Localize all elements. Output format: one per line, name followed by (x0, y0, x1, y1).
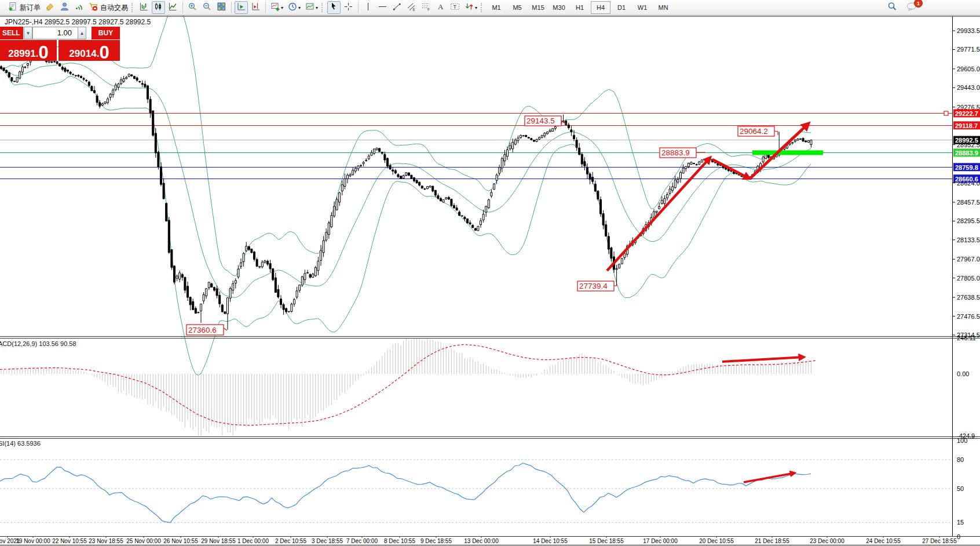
timeframe-mn[interactable]: MN (653, 1, 673, 14)
buy-price-display[interactable]: 29014.0 (58, 40, 120, 61)
timeframe-h1[interactable]: H1 (570, 1, 590, 14)
sell-price-big-digit: 0 (38, 45, 48, 60)
price-annotation[interactable]: 29064.2 (738, 126, 778, 136)
volume-input[interactable]: 1.00 (32, 27, 78, 39)
templates-dropdown-caret[interactable]: ▾ (316, 5, 318, 10)
volume-increase-button[interactable]: ▲ (78, 27, 86, 39)
channel-tool-button[interactable]: E (405, 1, 418, 14)
trend-arrow[interactable] (744, 473, 795, 482)
annotation-label: 28883.9 (661, 148, 690, 157)
sell-price-main: 28991 (8, 49, 35, 60)
time-axis-label: 23 Nov 18:55 (89, 538, 123, 544)
bar-chart-button[interactable] (137, 1, 151, 14)
sell-price-display[interactable]: 28991.0 (0, 40, 57, 61)
rsi-axis-label: 80 (957, 456, 964, 463)
fibonacci-tool-button[interactable]: F (419, 1, 433, 14)
price-axis-tick-label: 27967.0 (957, 256, 980, 263)
new-order-button[interactable]: 新订单 (6, 1, 42, 14)
auto-scroll-button[interactable] (235, 1, 248, 14)
vertical-line-tool-button[interactable] (361, 1, 375, 14)
time-axis-label: 21 Dec 18:55 (755, 538, 789, 544)
search-icon (887, 1, 897, 14)
auto-trading-button[interactable]: 自动交易 (87, 1, 130, 14)
signals-button[interactable] (72, 1, 86, 14)
timeframe-d1[interactable]: D1 (612, 1, 631, 14)
line-chart-button[interactable] (166, 1, 180, 14)
price-badge-label: 28883.9 (955, 150, 978, 156)
price-chart[interactable]: 29933.529771.529605.029443.029276.528952… (0, 16, 980, 546)
periods-button[interactable]: ▾ (286, 1, 302, 14)
price-annotation[interactable]: 29143.5 (525, 116, 566, 126)
price-annotation[interactable]: 27360.6 (187, 325, 227, 335)
timeframe-bar: M1M5M15M30H1H4D1W1MN (486, 1, 674, 14)
annotation-connector (774, 131, 778, 135)
toolbar-grip[interactable] (321, 3, 324, 12)
support-zone-bar[interactable] (752, 150, 823, 155)
auto-trading-label: 自动交易 (100, 3, 128, 13)
templates-button[interactable]: ▾ (303, 1, 320, 14)
price-annotation[interactable]: 28883.9 (660, 148, 705, 158)
timeframe-m5[interactable]: M5 (507, 1, 527, 14)
indicators-button[interactable]: ▾ (269, 1, 285, 14)
new-order-icon (8, 2, 18, 14)
text-icon: A (436, 2, 445, 14)
vertical-line-icon (363, 2, 373, 14)
timeframe-m15[interactable]: M15 (528, 1, 548, 14)
toolbar-grip[interactable] (131, 3, 134, 12)
candlestick-icon (153, 2, 163, 14)
search-button[interactable] (885, 1, 899, 14)
trend-arrow[interactable] (722, 357, 804, 362)
timeframe-h4[interactable]: H4 (591, 1, 610, 14)
trendline-tool-button[interactable] (390, 1, 404, 14)
periods-dropdown-caret[interactable]: ▾ (298, 5, 301, 10)
trendline-icon (392, 2, 402, 14)
indicators-icon (270, 2, 280, 14)
notifications-button[interactable]: 1 (904, 1, 919, 14)
time-axis-label: 15 Dec 18:55 (589, 538, 624, 544)
zoom-out-button[interactable] (200, 1, 214, 14)
chart-shift-button[interactable] (249, 1, 262, 14)
indicators-dropdown-caret[interactable]: ▾ (281, 5, 283, 10)
line-chart-icon (168, 2, 178, 14)
text-tool-button[interactable]: A (434, 1, 447, 14)
time-axis-label: 29 Nov 18:55 (201, 538, 236, 544)
volume-decrease-button[interactable]: ▼ (24, 27, 32, 39)
time-axis-label: 23 Dec 00:00 (810, 538, 844, 544)
tile-windows-button[interactable] (215, 1, 228, 14)
toolbar-separator (231, 2, 232, 13)
channel-icon: E (407, 2, 416, 14)
trend-arrow[interactable] (607, 158, 710, 271)
price-axis-tick-label: 29771.5 (957, 46, 980, 53)
price-axis-tick-label: 27476.5 (957, 313, 980, 320)
sell-button[interactable]: SELL (0, 27, 23, 39)
time-axis-label: 20 Dec 10:55 (699, 538, 734, 544)
price-annotation[interactable]: 27739.4 (577, 281, 617, 291)
buy-price-big-digit: 0 (99, 45, 109, 60)
text-label-tool-button[interactable]: T (448, 1, 462, 14)
crosshair-tool-button[interactable] (342, 1, 355, 14)
time-axis-label: 7 Dec 00:00 (346, 538, 378, 544)
horizontal-line-icon (378, 2, 387, 14)
new-order-label: 新订单 (20, 3, 41, 13)
timeframe-w1[interactable]: W1 (632, 1, 652, 14)
timeframe-m30[interactable]: M30 (549, 1, 569, 14)
svg-text:T: T (454, 3, 457, 9)
toolbar-grip[interactable] (481, 3, 484, 12)
time-axis-label: 14 Dec 10:55 (533, 538, 568, 544)
annotation-connector (224, 328, 227, 330)
cursor-tool-button[interactable] (327, 1, 341, 14)
buy-button[interactable]: BUY (92, 27, 120, 39)
arrows-tool-button[interactable]: ▾ (463, 1, 479, 14)
horizontal-line-tool-button[interactable] (376, 1, 389, 14)
price-badge-label: 28992.5 (955, 137, 978, 144)
styler-button[interactable] (43, 1, 57, 14)
clock-icon (288, 2, 298, 14)
arrows-dropdown-caret[interactable]: ▾ (475, 5, 477, 10)
candlestick-chart-button[interactable] (152, 1, 165, 14)
zoom-in-button[interactable] (186, 1, 199, 14)
toolbar-separator (265, 2, 266, 13)
price-badge-label: 29222.7 (955, 110, 978, 117)
profile-button[interactable] (58, 1, 71, 14)
rsi-axis-label: 15 (957, 519, 964, 526)
timeframe-m1[interactable]: M1 (487, 1, 506, 14)
